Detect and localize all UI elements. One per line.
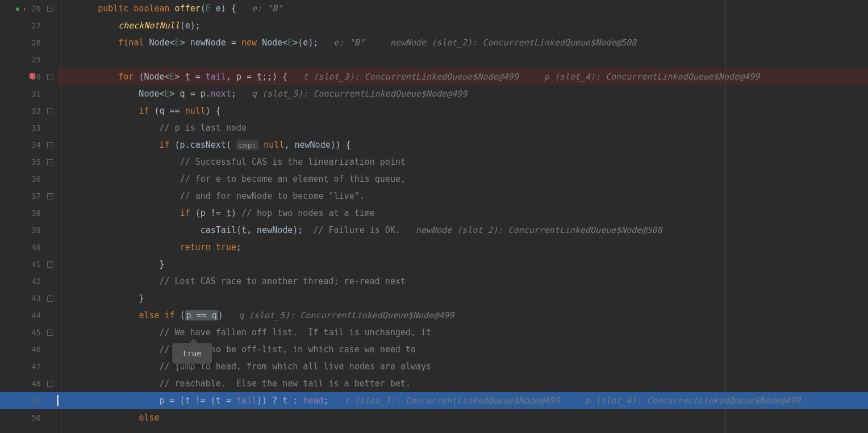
- gutter-line[interactable]: 48⌃: [0, 375, 57, 392]
- gutter-line[interactable]: 36: [0, 170, 57, 188]
- code-token: (q ==: [154, 106, 185, 116]
- code-line[interactable]: p = (t != (t = tail)) ? t : head; t (slo…: [57, 392, 868, 409]
- fold-end-icon[interactable]: ⌃: [47, 261, 53, 268]
- code-token: [77, 413, 139, 423]
- evaluation-tooltip: true: [172, 343, 212, 364]
- code-line[interactable]: // p is last node: [57, 119, 868, 136]
- gutter-line[interactable]: 26●↑−: [0, 0, 57, 17]
- gutter-line[interactable]: 39: [0, 222, 57, 239]
- gutter-line[interactable]: 43⌃: [0, 290, 57, 307]
- gutter-line[interactable]: 40: [0, 239, 57, 256]
- code-token: q (slot_5): ConcurrentLinkedQueue$Node@4…: [239, 310, 454, 320]
- gutter-line[interactable]: 41⌃: [0, 256, 57, 273]
- code-token: [77, 276, 160, 286]
- code-line[interactable]: // Successful CAS is the linearization p…: [57, 153, 868, 170]
- fold-expand-icon[interactable]: −: [47, 108, 53, 114]
- code-line[interactable]: for (Node<E> t = tail, p = t;;) { t (slo…: [57, 68, 868, 85]
- code-token: e: "B" newNode (slot_2): ConcurrentLinke…: [334, 38, 637, 48]
- code-token: // p is last node: [160, 123, 247, 133]
- code-token: final: [118, 38, 149, 48]
- code-token: >: [175, 72, 185, 82]
- gutter-line[interactable]: 33: [0, 119, 57, 136]
- code-token: t: [241, 225, 247, 235]
- code-token: t: [282, 395, 287, 406]
- gutter-line[interactable]: 45−: [0, 324, 57, 341]
- line-number: 34: [31, 140, 41, 149]
- code-line[interactable]: final Node<E> newNode = new Node<E>(e); …: [57, 34, 868, 51]
- gutter-line[interactable]: 35−: [0, 153, 57, 170]
- code-token: <: [165, 72, 170, 82]
- gutter-line[interactable]: 49: [0, 392, 57, 409]
- code-token: next: [211, 89, 231, 99]
- code-token: (Node: [139, 72, 164, 82]
- fold-expand-icon[interactable]: −: [47, 159, 53, 165]
- code-token: Node: [262, 38, 282, 48]
- fold-expand-icon[interactable]: −: [47, 74, 53, 80]
- line-number: 37: [31, 191, 41, 201]
- code-token: new: [241, 38, 262, 48]
- gutter-line[interactable]: 42: [0, 273, 57, 290]
- code-token: ) {: [206, 106, 221, 116]
- line-number: 36: [31, 174, 41, 184]
- line-number: 31: [31, 89, 41, 98]
- fold-expand-icon[interactable]: −: [47, 330, 53, 336]
- code-token: else if: [139, 310, 180, 320]
- code-line[interactable]: public boolean offer(E e) { e: "B": [57, 0, 868, 17]
- code-token: != (: [190, 395, 216, 406]
- gutter-line[interactable]: 31: [0, 85, 57, 102]
- fold-end-icon[interactable]: ⌃: [47, 381, 53, 387]
- gutter-line[interactable]: 44: [0, 307, 57, 324]
- fold-expand-icon[interactable]: −: [47, 142, 53, 148]
- code-token: [77, 157, 180, 167]
- code-line[interactable]: casTail(t, newNode); // Failure is OK. n…: [57, 222, 868, 239]
- code-area[interactable]: public boolean offer(E e) { e: "B" check…: [57, 0, 868, 433]
- code-token: [77, 310, 139, 320]
- run-gutter-icon[interactable]: ●: [16, 6, 19, 12]
- code-line[interactable]: // Lost CAS race to another thread; re-r…: [57, 273, 868, 290]
- run-arrow-icon[interactable]: ↑: [23, 6, 26, 12]
- code-line[interactable]: [57, 51, 868, 68]
- code-line[interactable]: // We have fallen off list. If tail is u…: [57, 324, 868, 341]
- gutter-line[interactable]: 47: [0, 358, 57, 375]
- code-token: ): [231, 208, 241, 218]
- code-line[interactable]: checkNotNull(e);: [57, 17, 868, 34]
- code-token: boolean: [133, 3, 174, 14]
- code-token: // Lost CAS race to another thread; re-r…: [160, 276, 406, 286]
- gutter-line[interactable]: 29: [0, 51, 57, 68]
- code-line[interactable]: else if (p == q) q (slot_5): ConcurrentL…: [57, 307, 868, 324]
- gutter-line[interactable]: 46: [0, 341, 57, 358]
- code-token: q (slot_5): ConcurrentLinkedQueue$Node@4…: [252, 89, 467, 99]
- code-line[interactable]: if (q == null) {: [57, 102, 868, 119]
- code-token: E: [165, 89, 170, 99]
- code-line[interactable]: }: [57, 256, 868, 273]
- gutter-line[interactable]: 37⌃: [0, 188, 57, 205]
- code-line[interactable]: // reachable. Else the new tail is a bet…: [57, 375, 868, 392]
- fold-end-icon[interactable]: ⌃: [47, 295, 53, 302]
- line-number: 49: [31, 396, 41, 405]
- code-line[interactable]: if (p.casNext( cmp: null, newNode)) {: [57, 136, 868, 153]
- gutter-line[interactable]: 30⛊−: [0, 68, 57, 85]
- gutter-line[interactable]: 38: [0, 205, 57, 222]
- gutter-line[interactable]: 32−: [0, 102, 57, 119]
- code-line[interactable]: else: [57, 409, 868, 426]
- code-token: , newNode);: [247, 225, 313, 235]
- fold-end-icon[interactable]: ⌃: [47, 193, 53, 199]
- gutter-line[interactable]: 34−: [0, 136, 57, 153]
- gutter-line[interactable]: 27: [0, 17, 57, 34]
- code-token: ;: [231, 89, 252, 99]
- code-line[interactable]: // and for newNode to become "live".: [57, 188, 868, 205]
- code-line[interactable]: if (p != t) // hop two nodes at a time: [57, 205, 868, 222]
- code-token: t: [216, 395, 221, 406]
- code-line[interactable]: }: [57, 290, 868, 307]
- code-token: [77, 106, 139, 116]
- gutter-line[interactable]: 50: [0, 409, 57, 426]
- fold-expand-icon[interactable]: −: [47, 6, 53, 12]
- code-token: // for e to become an element of this qu…: [180, 174, 406, 184]
- code-line[interactable]: Node<E> q = p.next; q (slot_5): Concurre…: [57, 85, 868, 102]
- code-line[interactable]: // for e to become an element of this qu…: [57, 170, 868, 188]
- code-token: }: [77, 293, 144, 303]
- breakpoint-icon[interactable]: ⛊: [28, 72, 36, 81]
- code-token: null: [264, 140, 284, 150]
- gutter-line[interactable]: 28: [0, 34, 57, 51]
- code-line[interactable]: return true;: [57, 239, 868, 256]
